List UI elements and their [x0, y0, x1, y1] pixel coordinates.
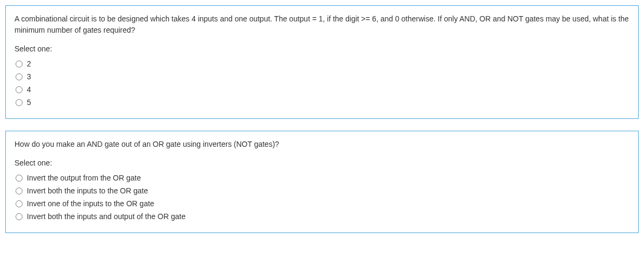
radio-input[interactable] [16, 213, 23, 220]
question-text: A combinational circuit is to be designe… [14, 13, 630, 36]
option-label: Invert the output from the OR gate [27, 174, 141, 182]
option-row[interactable]: Invert both the inputs and output of the… [14, 210, 630, 223]
radio-input[interactable] [16, 188, 23, 194]
option-row[interactable]: Invert both the inputs to the OR gate [14, 184, 630, 197]
option-row[interactable]: Invert the output from the OR gate [14, 171, 630, 184]
radio-input[interactable] [16, 99, 23, 106]
option-label: Invert both the inputs and output of the… [27, 212, 186, 221]
question-box-2: How do you make an AND gate out of an OR… [5, 131, 639, 233]
select-one-label: Select one: [14, 44, 630, 53]
option-row[interactable]: 4 [14, 83, 630, 96]
radio-input[interactable] [16, 86, 23, 93]
option-label: Invert both the inputs to the OR gate [27, 186, 148, 195]
option-label: 2 [27, 59, 31, 68]
question-text: How do you make an AND gate out of an OR… [14, 139, 630, 150]
options-group: 2 3 4 5 [14, 57, 630, 109]
option-row[interactable]: 5 [14, 96, 630, 109]
radio-input[interactable] [16, 73, 23, 80]
select-one-label: Select one: [14, 159, 630, 167]
option-row[interactable]: 2 [14, 57, 630, 70]
option-row[interactable]: 3 [14, 70, 630, 83]
radio-input[interactable] [16, 61, 23, 68]
option-row[interactable]: Invert one of the inputs to the OR gate [14, 197, 630, 210]
radio-input[interactable] [16, 200, 23, 207]
option-label: 4 [27, 85, 31, 94]
option-label: Invert one of the inputs to the OR gate [27, 199, 154, 208]
options-group: Invert the output from the OR gate Inver… [14, 171, 630, 223]
question-box-1: A combinational circuit is to be designe… [5, 5, 639, 119]
radio-input[interactable] [16, 175, 23, 182]
option-label: 3 [27, 72, 31, 81]
option-label: 5 [27, 98, 31, 107]
